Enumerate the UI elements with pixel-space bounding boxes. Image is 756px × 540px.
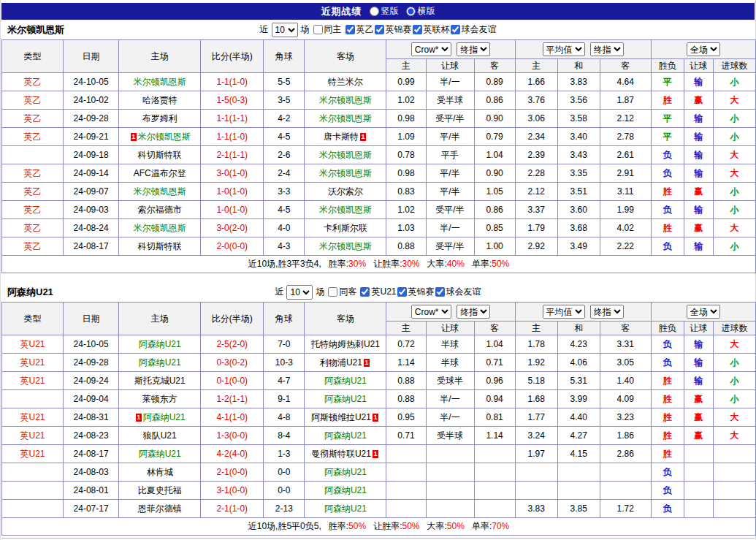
league-checkbox[interactable] (375, 25, 384, 34)
col-header-odds-away: 客 (474, 59, 515, 73)
team-title: 米尔顿凯恩斯 (7, 23, 64, 37)
vertical-radio[interactable] (370, 7, 379, 16)
euro-odds-type-select[interactable]: 平均值 (543, 42, 585, 56)
euro-odds-time-select[interactable]: 终指 (590, 42, 624, 56)
cell-result-goals: 小 (713, 237, 755, 256)
league-checkbox[interactable] (413, 25, 422, 34)
cell-league: 英U21 (2, 445, 64, 463)
filter-row: 阿森纳U21 近 10 场 同客 英U21英锦赛球会友谊 (1, 282, 755, 302)
horizontal-radio[interactable] (406, 7, 416, 16)
cell-avg-home: 3.24 (515, 427, 557, 445)
match-row: 英乙24-08-24米尔顿凯恩斯3-0(2-0)4-0卡利斯尔联1.03半/一0… (2, 219, 756, 237)
cell-odds-home: 0.72 (386, 335, 426, 354)
results-body: 英乙24-10-05米尔顿凯恩斯1-1(1-0)5-5特兰米尔0.99半/一0.… (2, 73, 756, 256)
league-filter[interactable]: 英乙 (345, 23, 374, 36)
near-label: 近 (275, 286, 283, 298)
cell-league: 英U21 (2, 335, 64, 354)
league-filter[interactable]: 球会友谊 (435, 286, 481, 298)
match-count-select[interactable]: 10 (286, 285, 313, 300)
euro-odds-type-select[interactable]: 平均值 (543, 305, 585, 319)
bookmaker-select[interactable]: Crow* (411, 305, 451, 319)
league-filter[interactable]: 球会友谊 (450, 23, 497, 36)
cell-score: 3-0(2-0) (201, 219, 264, 237)
cell-odds-handicap: 受半球 (426, 427, 474, 445)
near-label: 近 (260, 23, 269, 36)
result-scope-select[interactable]: 全场 (687, 305, 720, 319)
summary-stat-value: 50% (402, 521, 419, 531)
cell-result-outcome: 负 (651, 463, 684, 482)
cell-avg-home: 3.06 (515, 110, 557, 128)
cell-result-goals (713, 463, 755, 482)
cell-league: 英乙 (2, 73, 64, 91)
league-filter[interactable]: 英锦赛 (374, 23, 412, 36)
same-venue-filter[interactable]: 同客 (327, 286, 356, 298)
cell-away-team: 曼彻斯特联U211 (305, 445, 386, 463)
same-venue-checkbox[interactable] (328, 287, 337, 297)
layout-option-horizontal[interactable]: 横版 (406, 5, 435, 18)
cell-odds-home (386, 482, 426, 500)
euro-odds-group-header: 平均值 终指 (515, 303, 651, 322)
cell-away-team: 特兰米尔 (305, 73, 386, 91)
cell-corners: 0-0 (264, 482, 305, 500)
cell-avg-away: 2.86 (600, 445, 651, 463)
layout-option-vertical[interactable]: 竖版 (370, 5, 399, 18)
league-filter[interactable]: 英锦赛 (397, 286, 435, 298)
filter-controls: 近 10 场 同客 英U21英锦赛球会友谊 (275, 285, 481, 300)
cell-corners: 9-1 (264, 390, 305, 408)
league-checkbox[interactable] (345, 25, 355, 34)
league-checkbox[interactable] (360, 287, 370, 297)
cell-score: 1-2(1-1) (201, 390, 264, 408)
cell-odds-home: 0.71 (386, 427, 426, 445)
cell-result-handicap: 输 (684, 354, 713, 372)
games-label: 场 (301, 23, 310, 36)
cell-avg-away: 3.31 (600, 335, 651, 354)
team-name: 阿森纳U21 (324, 376, 367, 386)
cell-result-outcome: 平 (651, 110, 684, 128)
cell-result-handicap: 输 (684, 201, 713, 219)
team-name: 哈洛贾特 (142, 95, 177, 105)
cell-odds-handicap: 受半球 (426, 91, 474, 110)
games-label: 场 (316, 286, 324, 298)
cell-odds-away (474, 500, 515, 518)
cell-odds-away: 0.79 (474, 128, 515, 146)
league-filters: 英U21英锦赛球会友谊 (359, 286, 481, 299)
cell-corners: 2-4 (264, 164, 305, 183)
cell-result-goals: 小 (713, 73, 755, 91)
cell-date: 24-08-23 (64, 427, 119, 445)
cell-result-outcome: 胜 (651, 372, 684, 390)
bookmaker-select[interactable]: Crow* (411, 42, 451, 56)
league-filter[interactable]: 英联杯 (412, 23, 450, 36)
summary-stat: 单率:70% (472, 521, 509, 531)
same-venue-checkbox[interactable] (313, 25, 323, 34)
cell-result-outcome: 负 (651, 201, 684, 219)
cell-result-outcome: 胜 (651, 427, 684, 445)
league-checkbox[interactable] (435, 287, 445, 297)
cell-date: 24-09-21 (64, 128, 119, 146)
col-header-avg-draw: 和 (557, 59, 600, 73)
team-name: 阿斯顿维拉U21 (311, 412, 371, 422)
team-name: 曼彻斯特联U21 (311, 449, 371, 459)
cell-corners: 2-13 (264, 500, 305, 518)
cell-odds-away: 0.94 (474, 390, 515, 408)
league-filter-label: 球会友谊 (462, 23, 497, 36)
cell-avg-home: 1.79 (515, 219, 557, 237)
result-scope-select[interactable]: 全场 (687, 42, 720, 56)
col-header-away: 客场 (305, 303, 386, 335)
cell-result-goals (713, 445, 755, 463)
cell-home-team: 索尔福德市 (119, 201, 201, 219)
same-venue-filter[interactable]: 同主 (313, 23, 342, 36)
asian-odds-time-select[interactable]: 终指 (457, 305, 490, 319)
cell-home-team: 恩菲尔德镇 (119, 500, 201, 518)
match-row: 英U2124-10-05阿森纳U212-5(2-0)7-0托特纳姆热刺U210.… (2, 335, 756, 354)
match-count-select[interactable]: 10 (272, 23, 298, 37)
cell-odds-home: 0.88 (386, 372, 426, 390)
col-header-score: 比分(半场) (201, 40, 264, 73)
asian-odds-time-select[interactable]: 终指 (457, 42, 490, 56)
league-checkbox[interactable] (451, 25, 460, 34)
summary-stat-label: 大率: (427, 259, 447, 269)
cell-league: 球会友谊 (2, 500, 64, 518)
league-filter[interactable]: 英U21 (359, 286, 396, 298)
cell-odds-away: 1.04 (474, 146, 515, 164)
league-checkbox[interactable] (397, 287, 407, 297)
euro-odds-time-select[interactable]: 终指 (590, 305, 624, 319)
